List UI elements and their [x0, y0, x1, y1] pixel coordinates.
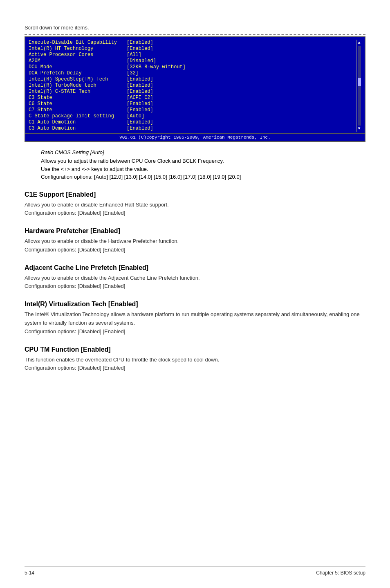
- scroll-down-arrow[interactable]: ▼: [358, 126, 360, 131]
- bios-table: Execute-Disable Bit Capability [Enabled]…: [29, 40, 356, 132]
- section-body-adjacent-cache: Allows you to enable or disable the Adja…: [25, 274, 365, 291]
- bios-row-label: DCU Mode: [29, 64, 127, 70]
- scroll-note: Scroll down for more items.: [25, 25, 365, 31]
- bios-row: C6 State [Enabled]: [29, 101, 356, 107]
- description-text: Allows you to adjust the ratio between C…: [41, 157, 365, 181]
- bios-row-label: Intel(R) SpeedStep(TM) Tech: [29, 76, 127, 82]
- bios-row-label: A20M: [29, 58, 127, 64]
- section-body-line: Configuration options: [Disabled] [Enabl…: [25, 209, 365, 218]
- bios-row: Execute-Disable Bit Capability [Enabled]: [29, 40, 356, 45]
- bios-row-label: C State package limit setting: [29, 113, 127, 119]
- bios-row-label: C1 Auto Demotion: [29, 119, 127, 125]
- section-body-line: The Intel® Virtualization Technology all…: [25, 310, 365, 328]
- bios-row-value: [ACPI C2]: [127, 95, 153, 101]
- bios-row-label: Intel(R) HT Technology: [29, 46, 127, 52]
- bios-row-label: C3 Auto Demotion: [29, 126, 127, 131]
- bios-footer: v02.61 (C)Copyright 1985-2009, American …: [25, 133, 365, 141]
- bios-row-label: Intel(R) C-STATE Tech: [29, 89, 127, 94]
- bios-row: Intel(R) HT Technology [Enabled]: [29, 46, 356, 52]
- section-body-line: Configuration options: [Disabled] [Enabl…: [25, 282, 365, 291]
- bios-screen: Execute-Disable Bit Capability [Enabled]…: [25, 36, 365, 142]
- section-body-line: Configuration options: [Disabled] [Enabl…: [25, 328, 365, 336]
- section-body-intel-vt: The Intel® Virtualization Technology all…: [25, 310, 365, 336]
- bios-row: C State package limit setting [Auto]: [29, 113, 356, 119]
- bios-row-label: DCA Prefetch Delay: [29, 70, 127, 76]
- bios-row: Intel(R) TurboMode tech [Enabled]: [29, 83, 356, 88]
- bios-row-value: [All]: [127, 52, 141, 58]
- bios-row-value: [Auto]: [127, 113, 144, 119]
- section-body-c1e-support: Allows you to enable or disable Enhanced…: [25, 201, 365, 218]
- section-hardware-prefetcher: Hardware Prefetcher [Enabled]Allows you …: [25, 227, 365, 254]
- bios-row-value: [Enabled]: [127, 76, 153, 82]
- description-line: Allows you to adjust the ratio between C…: [41, 157, 365, 165]
- section-body-line: Allows you to enable or disable Enhanced…: [25, 201, 365, 209]
- bios-row-value: [32]: [127, 70, 139, 76]
- bios-row-label: C7 State: [29, 107, 127, 113]
- bios-row-label: Intel(R) TurboMode tech: [29, 83, 127, 88]
- bios-row-value: [Enabled]: [127, 46, 153, 52]
- page-footer: 5-14 Chapter 5: BIOS setup: [25, 566, 365, 576]
- section-body-cpu-tm: This function enables the overheated CPU…: [25, 356, 365, 373]
- bios-row-value: [Enabled]: [127, 119, 153, 125]
- description-block: Ratio CMOS Setting [Auto] Allows you to …: [25, 149, 365, 181]
- bios-row-value: [Enabled]: [127, 107, 153, 113]
- section-body-line: Configuration options: [Disabled] [Enabl…: [25, 364, 365, 373]
- section-intel-vt: Intel(R) Virtualization Tech [Enabled]Th…: [25, 301, 365, 336]
- bios-row: C7 State [Enabled]: [29, 107, 356, 113]
- bios-row-label: Active Processor Cores: [29, 52, 127, 58]
- section-body-line: Allows you to enable or disable the Adja…: [25, 274, 365, 283]
- bios-row-label: Execute-Disable Bit Capability: [29, 40, 127, 45]
- bios-row: Intel(R) C-STATE Tech [Enabled]: [29, 89, 356, 94]
- section-title-adjacent-cache: Adjacent Cache Line Prefetch [Enabled]: [25, 264, 365, 272]
- section-c1e-support: C1E Support [Enabled]Allows you to enabl…: [25, 191, 365, 218]
- section-body-line: Configuration options: [Disabled] [Enabl…: [25, 246, 365, 254]
- scroll-track: [358, 46, 361, 126]
- bios-row: A20M [Disabled]: [29, 58, 356, 64]
- bios-row-label: C6 State: [29, 101, 127, 107]
- bios-row-value: [32KB 8-way without]: [127, 64, 186, 70]
- bios-row-value: [Enabled]: [127, 83, 153, 88]
- bios-row-value: [Enabled]: [127, 40, 153, 45]
- bios-scrollbar[interactable]: ▲ ▼: [356, 40, 361, 132]
- bios-row-value: [Enabled]: [127, 101, 153, 107]
- bios-row-value: [Enabled]: [127, 126, 153, 131]
- bios-row: DCA Prefetch Delay [32]: [29, 70, 356, 76]
- bios-row-label: C3 State: [29, 95, 127, 101]
- page-number: 5-14: [25, 570, 34, 576]
- description-title: Ratio CMOS Setting [Auto]: [41, 149, 365, 155]
- bios-row: Intel(R) SpeedStep(TM) Tech [Enabled]: [29, 76, 356, 82]
- bios-row: Active Processor Cores [All]: [29, 52, 356, 58]
- section-body-hardware-prefetcher: Allows you to enable or disable the Hard…: [25, 237, 365, 254]
- section-cpu-tm: CPU TM Function [Enabled]This function e…: [25, 346, 365, 373]
- section-body-line: Allows you to enable or disable the Hard…: [25, 237, 365, 246]
- section-title-cpu-tm: CPU TM Function [Enabled]: [25, 346, 365, 353]
- section-body-line: This function enables the overheated CPU…: [25, 356, 365, 364]
- bios-row: C3 State [ACPI C2]: [29, 95, 356, 101]
- section-adjacent-cache: Adjacent Cache Line Prefetch [Enabled]Al…: [25, 264, 365, 291]
- scroll-up-arrow[interactable]: ▲: [358, 40, 360, 45]
- section-title-hardware-prefetcher: Hardware Prefetcher [Enabled]: [25, 227, 365, 235]
- chapter-label: Chapter 5: BIOS setup: [316, 570, 365, 576]
- scroll-thumb: [358, 78, 361, 86]
- bios-row-value: [Enabled]: [127, 89, 153, 94]
- description-line: Use the <+> and <-> keys to adjust the v…: [41, 165, 365, 173]
- description-line: Configuration options: [Auto] [12.0] [13…: [41, 173, 365, 181]
- section-title-c1e-support: C1E Support [Enabled]: [25, 191, 365, 198]
- bios-row: C1 Auto Demotion [Enabled]: [29, 119, 356, 125]
- sections-container: C1E Support [Enabled]Allows you to enabl…: [25, 191, 365, 373]
- bios-row-value: [Disabled]: [127, 58, 156, 64]
- dashed-separator: [25, 34, 365, 35]
- bios-row: DCU Mode [32KB 8-way without]: [29, 64, 356, 70]
- section-title-intel-vt: Intel(R) Virtualization Tech [Enabled]: [25, 301, 365, 308]
- bios-row: C3 Auto Demotion [Enabled]: [29, 126, 356, 131]
